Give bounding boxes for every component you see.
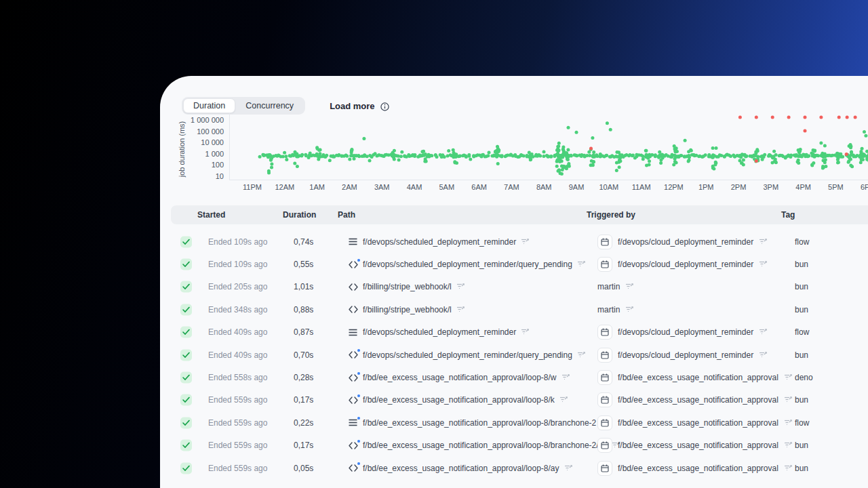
filter-by-trigger-icon[interactable] bbox=[759, 258, 767, 270]
path-cell: f/bd/ee_excess_usage_notification_approv… bbox=[349, 439, 620, 451]
notification-dot bbox=[357, 394, 360, 397]
success-check-icon bbox=[180, 304, 192, 315]
run-row[interactable]: Ended 559s ago0,05sf/bd/ee_excess_usage_… bbox=[171, 457, 868, 479]
schedule-calendar-icon bbox=[597, 392, 612, 407]
triggered-by-cell: martin bbox=[597, 304, 633, 316]
run-row[interactable]: Ended 205s ago1,01sf/billing/stripe_webh… bbox=[171, 276, 868, 298]
started-cell: Ended 205s ago bbox=[208, 282, 267, 291]
filter-by-path-icon[interactable] bbox=[559, 394, 568, 406]
filter-by-path-icon[interactable] bbox=[456, 281, 465, 293]
run-row[interactable]: Ended 559s ago0,17sf/bd/ee_excess_usage_… bbox=[171, 434, 868, 457]
path-text[interactable]: f/bd/ee_excess_usage_notification_approv… bbox=[363, 373, 557, 382]
path-text[interactable]: f/bd/ee_excess_usage_notification_approv… bbox=[363, 395, 555, 405]
duration-cell: 0,87s bbox=[294, 327, 313, 337]
run-row[interactable]: Ended 109s ago0,55sf/devops/scheduled_de… bbox=[171, 253, 868, 275]
flow-icon bbox=[349, 419, 358, 426]
filter-by-trigger-icon[interactable] bbox=[784, 371, 792, 384]
filter-by-trigger-icon[interactable] bbox=[784, 394, 792, 406]
path-text[interactable]: f/devops/scheduled_deployment_reminder/q… bbox=[363, 350, 572, 360]
duration-cell: 0,88s bbox=[294, 305, 313, 314]
flow-icon bbox=[349, 238, 358, 245]
path-text[interactable]: f/bd/ee_excess_usage_notification_approv… bbox=[363, 441, 607, 450]
triggered-by-text[interactable]: f/bd/ee_excess_usage_notification_approv… bbox=[618, 464, 778, 473]
run-row[interactable]: Ended 558s ago0,28sf/bd/ee_excess_usage_… bbox=[171, 366, 868, 388]
started-cell: Ended 409s ago bbox=[208, 327, 267, 337]
filter-by-path-icon[interactable] bbox=[521, 326, 529, 338]
tag-cell: flow bbox=[795, 327, 809, 337]
triggered-by-text[interactable]: f/bd/ee_excess_usage_notification_approv… bbox=[618, 418, 778, 428]
schedule-calendar-icon bbox=[597, 235, 612, 249]
triggered-by-cell: f/devops/cloud_deployment_reminder bbox=[597, 257, 767, 272]
filter-by-path-icon[interactable] bbox=[521, 236, 529, 248]
started-cell: Ended 559s ago bbox=[208, 395, 267, 405]
filter-by-trigger-icon[interactable] bbox=[759, 326, 767, 338]
triggered-by-text[interactable]: f/bd/ee_excess_usage_notification_approv… bbox=[618, 395, 778, 405]
path-text[interactable]: f/devops/scheduled_deployment_reminder bbox=[363, 237, 516, 247]
tag-cell: bun bbox=[795, 395, 808, 405]
triggered-by-text[interactable]: f/bd/ee_excess_usage_notification_approv… bbox=[618, 373, 778, 382]
triggered-by-text[interactable]: martin bbox=[597, 305, 620, 314]
duration-cell: 0,55s bbox=[294, 260, 313, 269]
run-row[interactable]: Ended 409s ago0,87sf/devops/scheduled_de… bbox=[171, 321, 868, 344]
triggered-by-text[interactable]: f/devops/cloud_deployment_reminder bbox=[618, 260, 753, 269]
run-row[interactable]: Ended 348s ago0,88sf/billing/stripe_webh… bbox=[171, 298, 868, 321]
filter-by-trigger-icon[interactable] bbox=[625, 281, 633, 293]
run-row[interactable]: Ended 409s ago0,70sf/devops/scheduled_de… bbox=[171, 344, 868, 366]
info-icon[interactable] bbox=[380, 102, 389, 110]
path-text[interactable]: f/devops/scheduled_deployment_reminder bbox=[363, 327, 516, 337]
path-text[interactable]: f/devops/scheduled_deployment_reminder/q… bbox=[363, 260, 572, 269]
load-more-button[interactable]: Load more bbox=[330, 101, 374, 111]
path-text[interactable]: f/billing/stripe_webhook/l bbox=[363, 305, 452, 314]
tab-duration[interactable]: Duration bbox=[183, 98, 235, 114]
started-cell: Ended 558s ago bbox=[208, 373, 267, 382]
tag-cell: bun bbox=[795, 350, 808, 360]
success-check-icon bbox=[180, 349, 192, 361]
filter-by-path-icon[interactable] bbox=[577, 258, 585, 270]
run-row[interactable]: Ended 559s ago0,17sf/bd/ee_excess_usage_… bbox=[171, 389, 868, 411]
duration-cell: 0,70s bbox=[294, 350, 313, 360]
path-cell: f/devops/scheduled_deployment_reminder bbox=[349, 326, 529, 338]
path-text[interactable]: f/bd/ee_excess_usage_notification_approv… bbox=[363, 464, 559, 473]
triggered-by-text[interactable]: f/bd/ee_excess_usage_notification_approv… bbox=[618, 441, 778, 450]
path-text[interactable]: f/bd/ee_excess_usage_notification_approv… bbox=[363, 418, 596, 428]
success-check-icon bbox=[180, 394, 192, 406]
col-started: Started bbox=[197, 210, 225, 220]
notification-dot bbox=[357, 372, 360, 375]
path-cell: f/bd/ee_excess_usage_notification_approv… bbox=[349, 371, 570, 384]
success-check-icon bbox=[180, 440, 192, 451]
code-icon bbox=[349, 442, 358, 449]
filter-by-trigger-icon[interactable] bbox=[784, 417, 792, 429]
run-row[interactable]: Ended 559s ago0,22sf/bd/ee_excess_usage_… bbox=[171, 411, 868, 434]
path-text[interactable]: f/billing/stripe_webhook/l bbox=[363, 282, 452, 291]
filter-by-path-icon[interactable] bbox=[564, 462, 572, 474]
filter-by-trigger-icon[interactable] bbox=[759, 349, 767, 361]
filter-by-trigger-icon[interactable] bbox=[784, 439, 792, 451]
success-check-icon bbox=[180, 327, 192, 338]
scatter-plot[interactable] bbox=[229, 113, 868, 181]
duration-scatter-chart: job duration (ms) 1 000 000100 00010 000… bbox=[160, 113, 868, 195]
filter-by-path-icon[interactable] bbox=[577, 349, 585, 361]
triggered-by-text[interactable]: f/devops/cloud_deployment_reminder bbox=[618, 350, 753, 360]
filter-by-path-icon[interactable] bbox=[456, 304, 465, 316]
triggered-by-text[interactable]: martin bbox=[597, 282, 620, 291]
filter-by-trigger-icon[interactable] bbox=[784, 462, 792, 474]
col-duration: Duration bbox=[283, 210, 316, 220]
filter-by-path-icon[interactable] bbox=[561, 371, 570, 384]
triggered-by-cell: f/devops/cloud_deployment_reminder bbox=[597, 325, 767, 340]
duration-cell: 1,01s bbox=[294, 282, 313, 291]
path-cell: f/billing/stripe_webhook/l bbox=[349, 304, 465, 316]
path-cell: f/devops/scheduled_deployment_reminder/q… bbox=[349, 258, 585, 270]
triggered-by-text[interactable]: f/devops/cloud_deployment_reminder bbox=[618, 327, 753, 337]
tab-concurrency[interactable]: Concurrency bbox=[235, 98, 304, 114]
filter-by-trigger-icon[interactable] bbox=[625, 304, 633, 316]
filter-by-trigger-icon[interactable] bbox=[759, 236, 767, 248]
col-path: Path bbox=[338, 210, 355, 220]
triggered-by-text[interactable]: f/devops/cloud_deployment_reminder bbox=[618, 237, 753, 247]
tag-cell: bun bbox=[795, 260, 808, 269]
x-tick: 6PM bbox=[848, 183, 868, 191]
success-check-icon bbox=[180, 281, 192, 293]
duration-cell: 0,28s bbox=[294, 373, 313, 382]
success-check-icon bbox=[180, 417, 192, 428]
run-row[interactable]: Ended 109s ago0,74sf/devops/scheduled_de… bbox=[171, 230, 868, 253]
flow-icon bbox=[349, 329, 358, 336]
